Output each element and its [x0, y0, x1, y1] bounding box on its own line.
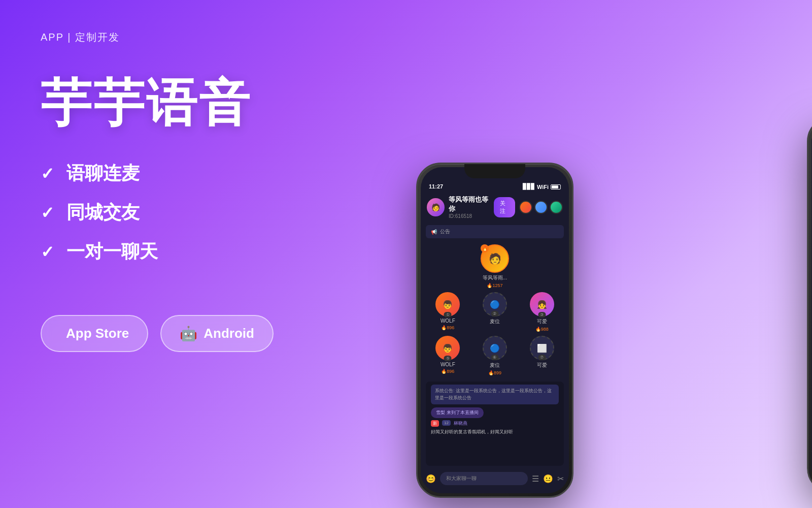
speaker-7: ⬜ ⑦ 可爱: [524, 336, 560, 375]
chat-input[interactable]: 和大家聊一聊: [440, 472, 528, 485]
feature-text-1: 语聊连麦: [66, 161, 140, 186]
rank-badge-3: ③: [538, 312, 546, 318]
follow-button[interactable]: 关注: [494, 197, 515, 217]
rank-badge-6: ⑥: [491, 355, 498, 360]
back-notice: 📢 公告: [426, 225, 564, 238]
signal-icon: ▊▊▊: [523, 183, 535, 190]
speaker-6-likes: 🔥899: [488, 370, 501, 375]
top-speaker-name: 等风等雨...: [483, 274, 507, 281]
back-phone-screen: 11:27 ▊▊▊ WiFi 🧑 等风等雨也等你: [421, 167, 569, 493]
speaker-6: 🔵 ⑥ 麦位 🔥899: [477, 336, 513, 375]
chat-level: 12: [442, 420, 451, 426]
top-speaker-avatar: 🔥 🧑: [481, 244, 509, 273]
speaker-6-name: 麦位: [490, 362, 500, 369]
back-header-right: 关注: [494, 197, 563, 217]
speaker-7-avatar: ⬜ ⑦: [530, 336, 554, 360]
check-icon-3: ✓: [41, 242, 54, 262]
chat-new-badge: 新: [431, 420, 439, 427]
menu-btn[interactable]: ☰: [532, 474, 539, 484]
back-status-icons: ▊▊▊ WiFi: [523, 183, 561, 190]
chat-join: 雪梨 来到了本直播间: [431, 407, 484, 418]
speaker-1-likes: 🔥896: [441, 325, 454, 330]
app-title: 芋芋语音: [41, 75, 294, 131]
chat-text: 好闻又好听的复古香氛唱机，好闻又好听: [431, 429, 559, 435]
battery-icon: [551, 184, 561, 189]
speaker-row-2: 👦 ⑤ WOLF 🔥896 🔵 ⑥: [426, 336, 564, 375]
mini-avatar-3: [550, 201, 563, 214]
speaker-3-name: 可爱: [537, 318, 547, 325]
top-speaker-item: 🔥 🧑 等风等雨... 🔥1257: [475, 244, 515, 288]
left-panel: APP | 定制开发 芋芋语音 ✓ 语聊连麦 ✓ 同城交友 ✓ 一对一聊天 Ap…: [0, 0, 335, 508]
android-label: Android: [204, 326, 254, 341]
speaker-5-avatar: 👦 ⑤: [435, 336, 460, 360]
android-button[interactable]: 🤖 Android: [160, 315, 274, 352]
phone-notch-back: [464, 164, 525, 178]
check-icon-2: ✓: [41, 203, 54, 223]
speaker-2-avatar: 🔵 ②: [483, 292, 507, 316]
download-buttons: App Store 🤖 Android: [41, 315, 294, 352]
mini-avatar-2: [534, 201, 548, 214]
features-list: ✓ 语聊连麦 ✓ 同城交友 ✓ 一对一聊天: [41, 161, 294, 264]
feature-item-3: ✓ 一对一聊天: [41, 239, 294, 264]
back-userid: ID:616518: [449, 213, 494, 219]
scissors-btn[interactable]: ✂: [557, 474, 564, 484]
notice-label: 公告: [440, 228, 450, 235]
chat-user: 林晓燕: [454, 420, 467, 427]
speaker-3-avatar: 👧 ③: [530, 292, 554, 316]
feature-item-2: ✓ 同城交友: [41, 200, 294, 225]
hot-badge: 🔥: [481, 244, 489, 252]
speaker-6-avatar: 🔵 ⑥: [483, 336, 507, 360]
speaker-2: 🔵 ② 麦位: [477, 292, 513, 332]
speaker-row-1: 👦 ① WOLF 🔥896 🔵 ②: [426, 292, 564, 332]
back-user-info: 🧑 等风等雨也等你 ID:616518: [427, 195, 494, 219]
chat-notice: 系统公告: 这里是一段系统公告，这里是一段系统公告，这里是一段系统公告: [431, 385, 559, 404]
feature-text-3: 一对一聊天: [66, 239, 158, 264]
front-phone-shell: 11:27 ▊▊▊ WiFi 芋芋语音 🔍 🏆: [807, 117, 812, 493]
back-avatar: 🧑: [427, 198, 445, 216]
mini-avatar-1: [519, 201, 532, 214]
chat-message: 新 12 林晓燕: [431, 420, 559, 427]
back-phone-content: 11:27 ▊▊▊ WiFi 🧑 等风等雨也等你: [421, 167, 569, 493]
speaker-1-avatar: 👦 ①: [435, 292, 460, 316]
speaker-2-name: 麦位: [490, 318, 500, 325]
android-icon: 🤖: [180, 325, 197, 342]
top-speaker: 🔥 🧑 等风等雨... 🔥1257: [426, 244, 564, 288]
check-icon-1: ✓: [41, 164, 54, 183]
appstore-button[interactable]: App Store: [41, 315, 148, 352]
top-speaker-likes: 🔥1257: [487, 283, 502, 288]
rank-badge-7: ⑦: [538, 355, 546, 360]
phones-area: 11:27 ▊▊▊ WiFi 🧑 等风等雨也等你: [325, 25, 812, 508]
sticker-btn[interactable]: 😐: [543, 474, 553, 484]
back-username: 等风等雨也等你: [449, 195, 494, 213]
speaker-1: 👦 ① WOLF 🔥896: [430, 292, 465, 332]
back-header: 🧑 等风等雨也等你 ID:616518 关注: [421, 193, 569, 223]
wifi-icon: WiFi: [537, 184, 549, 190]
speaker-3-likes: 🔥988: [535, 327, 549, 332]
back-input-bar: 😊 和大家聊一聊 ☰ 😐 ✂: [421, 468, 569, 493]
rank-badge-5: ⑤: [444, 356, 452, 361]
subtitle-tag: APP | 定制开发: [41, 30, 294, 44]
appstore-label: App Store: [66, 326, 129, 341]
hot-icon: 📢: [431, 229, 437, 235]
emoji-btn[interactable]: 😊: [426, 474, 436, 484]
speaker-7-name: 可爱: [537, 362, 547, 369]
rank-badge-1: ①: [444, 312, 452, 318]
back-phone-shell: 11:27 ▊▊▊ WiFi 🧑 等风等雨也等你: [416, 163, 573, 498]
speaker-5: 👦 ⑤ WOLF 🔥896: [430, 336, 465, 375]
speaker-1-name: WOLF: [441, 318, 455, 324]
speaker-grid: 🔥 🧑 等风等雨... 🔥1257 👦: [421, 240, 569, 379]
back-user-details: 等风等雨也等你 ID:616518: [449, 195, 494, 219]
speaker-3: 👧 ③ 可爱 🔥988: [524, 292, 560, 332]
back-time: 11:27: [429, 183, 443, 190]
feature-text-2: 同城交友: [66, 200, 140, 225]
back-avatars-row: [519, 201, 563, 214]
rank-badge-2: ②: [491, 311, 498, 316]
chat-area: 系统公告: 这里是一段系统公告，这里是一段系统公告，这里是一段系统公告 雪梨 来…: [426, 382, 564, 466]
speaker-5-likes: 🔥896: [441, 369, 454, 374]
feature-item-1: ✓ 语聊连麦: [41, 161, 294, 186]
speaker-5-name: WOLF: [441, 362, 455, 367]
